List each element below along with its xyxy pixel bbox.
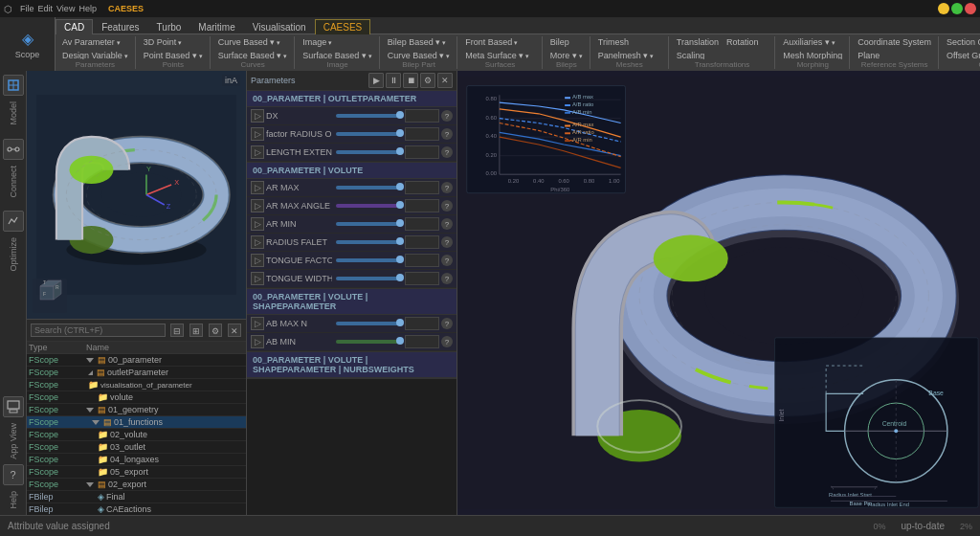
param-help-length[interactable]: ? <box>441 146 453 158</box>
param-value-tonguewidth[interactable]: 1 <box>405 272 439 285</box>
param-slider-tongue[interactable] <box>336 258 402 262</box>
menu-help[interactable]: Help <box>78 4 97 13</box>
param-slider-armin[interactable] <box>336 222 402 226</box>
param-slider-factor[interactable] <box>336 132 402 136</box>
btn-trimesh[interactable]: Trimesh <box>595 36 632 48</box>
tree-item-caeactions[interactable]: FBilep ◈ CAEactions <box>27 503 246 515</box>
btn-more-bileps[interactable]: More ▾ <box>547 50 586 59</box>
param-value-length[interactable]: 100 <box>405 145 439 159</box>
scope-button[interactable]: ◈ Scope <box>0 17 56 71</box>
tree-search[interactable] <box>31 324 166 337</box>
tree-item-outlet-param[interactable]: FScope ▤ outletParameter <box>27 367 246 379</box>
param-value-arangle[interactable]: -45 <box>405 199 439 212</box>
view-cube[interactable]: F T R <box>33 279 67 313</box>
param-value-abmin[interactable] <box>405 335 439 348</box>
btn-plane[interactable]: Plane <box>855 50 882 59</box>
param-slider-dx[interactable] <box>336 114 402 118</box>
minimize-btn[interactable] <box>938 3 949 14</box>
menu-edit[interactable]: Edit <box>38 4 54 13</box>
btn-av-parameter[interactable]: Av Parameter <box>59 36 123 48</box>
btn-panelmesh[interactable]: Panelmesh ▾ <box>595 50 657 59</box>
btn-curve-based[interactable]: Curve Based ▾ <box>215 36 283 48</box>
tree-filter-btn[interactable]: ⊟ <box>170 324 184 337</box>
tab-visualisation[interactable]: Visualisation <box>244 19 315 34</box>
param-slider-armax[interactable] <box>336 186 402 190</box>
param-value-abmaxn[interactable]: 1 <box>405 317 439 330</box>
section-outletparam-header[interactable]: 00_PARAMETER | OUTLETPARAMETER <box>247 91 457 107</box>
param-slider-tonguewidth[interactable] <box>336 277 402 280</box>
btn-translation[interactable]: Translation <box>674 36 722 48</box>
tree-settings-btn[interactable]: ⚙ <box>209 324 222 337</box>
param-toggle-length[interactable]: ▷ <box>251 145 264 159</box>
sidebar-btn-connect[interactable] <box>3 139 24 160</box>
sidebar-btn-model[interactable] <box>3 75 24 96</box>
btn-surface-based[interactable]: Surface Based ▾ <box>215 50 291 59</box>
close-btn[interactable] <box>965 3 976 14</box>
params-btn-close[interactable]: ✕ <box>437 73 453 88</box>
param-value-armin[interactable]: 5.5 <box>405 217 439 231</box>
btn-section-group[interactable]: Section Group <box>944 36 980 48</box>
menu-view[interactable]: View <box>56 4 75 13</box>
maximize-btn[interactable] <box>951 3 963 14</box>
tree-expand-btn[interactable]: ⊞ <box>189 324 203 337</box>
btn-scaling[interactable]: Scaling <box>674 50 708 59</box>
param-toggle-tongue[interactable]: ▷ <box>251 254 264 267</box>
tree-item-01-geometry[interactable]: FScope ▤ 01_geometry <box>27 404 246 416</box>
sidebar-btn-help[interactable]: ? <box>3 464 24 485</box>
param-help-tongue[interactable]: ? <box>441 255 453 266</box>
btn-front-based[interactable]: Front Based <box>462 36 521 48</box>
tree-item-01-functions[interactable]: FScope ▤ 01_functions <box>27 416 246 429</box>
section-nurbs-header[interactable]: 00_PARAMETER | VOLUTE | SHAPEPARAMETER |… <box>247 352 457 378</box>
param-slider-arangle[interactable] <box>336 204 402 208</box>
section-shape-header[interactable]: 00_PARAMETER | VOLUTE | SHAPEPARAMETER <box>247 289 457 315</box>
tree-expand-00[interactable] <box>86 358 94 363</box>
params-btn-play[interactable]: ▶ <box>368 73 384 88</box>
btn-image-surface[interactable]: Surface Based ▾ <box>300 50 375 59</box>
params-btn-stop[interactable]: ⏹ <box>403 73 418 88</box>
menu-file[interactable]: File <box>20 4 34 13</box>
3d-view-small[interactable]: X Y Z F T R <box>27 71 246 320</box>
param-value-armax[interactable]: 35 <box>405 181 439 194</box>
btn-image[interactable]: Image <box>300 36 335 48</box>
params-btn-pause[interactable]: ⏸ <box>386 73 401 88</box>
btn-coord-system[interactable]: Coordinate System <box>855 36 934 48</box>
main-3d-view[interactable]: 0.00 0.20 0.40 0.60 0.80 0.20 0.40 0.60 … <box>457 71 980 515</box>
params-btn-settings[interactable]: ⚙ <box>420 73 435 88</box>
param-help-dx[interactable]: ? <box>441 110 453 122</box>
tree-item-04-longaxes[interactable]: FScope 📁 04_longaxes <box>27 454 246 466</box>
tree-item-02-volute[interactable]: FScope 📁 02_volute <box>27 429 246 441</box>
param-toggle-armax[interactable]: ▷ <box>251 181 264 194</box>
tree-expand-01[interactable] <box>86 408 94 413</box>
tree-item-05-export[interactable]: FScope 📁 05_export <box>27 466 246 479</box>
param-help-armax[interactable]: ? <box>441 182 453 193</box>
btn-bilep[interactable]: Bilep <box>547 36 572 48</box>
tab-features[interactable]: Features <box>93 19 147 34</box>
btn-mesh-morphing[interactable]: Mesh Morphing <box>780 50 845 59</box>
btn-offset-group[interactable]: Offset Group <box>944 50 980 59</box>
param-slider-length[interactable] <box>336 150 402 154</box>
sidebar-btn-optimize[interactable] <box>3 211 24 232</box>
param-toggle-dx[interactable]: ▷ <box>251 109 264 123</box>
section-volute-header[interactable]: 00_PARAMETER | VOLUTE <box>247 163 457 179</box>
param-value-dx[interactable]: 4 <box>405 109 439 123</box>
tree-item-final[interactable]: FBilep ◈ Final <box>27 491 246 503</box>
param-slider-abmin[interactable] <box>336 340 402 344</box>
btn-design-variable[interactable]: Design Variable <box>59 50 131 59</box>
param-toggle-arangle[interactable]: ▷ <box>251 199 264 212</box>
param-toggle-abmin[interactable]: ▷ <box>251 335 264 348</box>
param-help-factor[interactable]: ? <box>441 128 453 140</box>
param-toggle-rfalet[interactable]: ▷ <box>251 235 264 249</box>
tree-close-btn[interactable]: ✕ <box>228 324 241 337</box>
param-toggle-armin[interactable]: ▷ <box>251 217 264 231</box>
param-help-abmaxn[interactable]: ? <box>441 318 453 329</box>
btn-bilep-based[interactable]: Bilep Based ▾ <box>385 36 450 48</box>
tree-expand-02-export[interactable] <box>86 482 94 487</box>
param-value-rfalet[interactable]: 10 <box>405 235 439 249</box>
tree-item-volute[interactable]: FScope 📁 volute <box>27 391 246 404</box>
tree-item-vis-param[interactable]: FScope 📁 visualisation_of_parameter <box>27 379 246 391</box>
tree-item-03-outlet[interactable]: FScope 📁 03_outlet <box>27 441 246 454</box>
tree-item-00-parameter[interactable]: FScope ▤ 00_parameter <box>27 354 246 367</box>
sidebar-btn-appview[interactable] <box>3 396 24 417</box>
param-slider-rfalet[interactable] <box>336 240 402 244</box>
param-toggle-tonguewidth[interactable]: ▷ <box>251 272 264 285</box>
